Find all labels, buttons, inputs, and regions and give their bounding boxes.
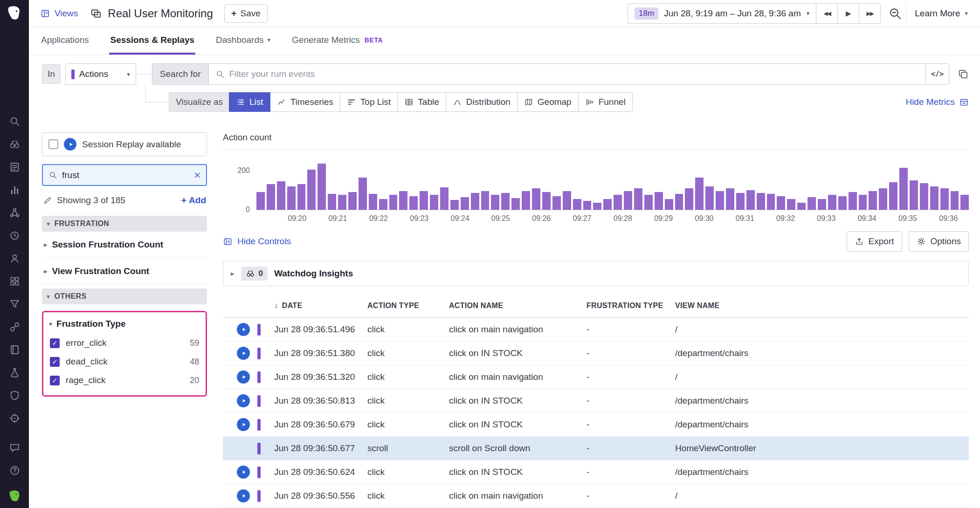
checkbox[interactable]: ✓ xyxy=(50,357,60,367)
save-button[interactable]: + Save xyxy=(224,4,268,23)
facet-option-error-click[interactable]: ✓error_click59 xyxy=(49,334,200,352)
table-row[interactable]: Jun 28 09:36:50.679clickclick on IN STOC… xyxy=(223,413,969,437)
chart-bar[interactable] xyxy=(409,196,418,210)
nav-labs-icon[interactable] xyxy=(9,367,21,378)
chart-bar[interactable] xyxy=(359,178,367,210)
session-replay-play-button[interactable] xyxy=(237,466,250,479)
chart-bar[interactable] xyxy=(461,197,469,210)
views-button[interactable]: Views xyxy=(40,8,78,19)
time-range-picker[interactable]: 18m Jun 28, 9:19 am – Jun 28, 9:36 am ▾ xyxy=(628,3,816,24)
chart-bar[interactable] xyxy=(665,199,673,210)
chart-bar[interactable] xyxy=(379,199,387,210)
chart-bar[interactable] xyxy=(297,184,306,210)
chart-bar[interactable] xyxy=(767,194,775,210)
chart-bar[interactable] xyxy=(471,193,479,210)
session-replay-play-button[interactable] xyxy=(237,371,250,384)
chart-bar[interactable] xyxy=(818,199,826,210)
copy-icon[interactable] xyxy=(958,69,969,80)
table-row[interactable]: Jun 28 09:36:51.320clickclick on main na… xyxy=(223,365,969,389)
session-replay-checkbox[interactable] xyxy=(48,139,58,149)
chart-bar[interactable] xyxy=(583,201,592,210)
chart-bar[interactable] xyxy=(634,188,642,210)
nav-integrations-icon[interactable] xyxy=(9,275,21,287)
chart-bar[interactable] xyxy=(277,181,285,210)
chart-bar[interactable] xyxy=(317,164,326,210)
nav-traces-icon[interactable] xyxy=(9,321,21,333)
chart-bar[interactable] xyxy=(603,199,612,210)
event-source-dropdown[interactable]: Actions ▾ xyxy=(65,63,136,85)
chart-bar[interactable] xyxy=(757,193,765,210)
facet-frustration-type[interactable]: ▾ Frustration Type xyxy=(49,316,200,334)
facet-group-others[interactable]: ▾ OTHERS xyxy=(42,288,207,304)
search-for-chip[interactable]: Search for xyxy=(152,64,209,84)
chart-bar[interactable] xyxy=(624,191,632,210)
chart-bar[interactable] xyxy=(328,194,336,210)
viz-option-list[interactable]: List xyxy=(229,92,270,112)
play-button[interactable]: ▶ xyxy=(838,3,859,24)
watchdog-insights-bar[interactable]: ▸ 0 Watchdog Insights xyxy=(223,261,969,286)
chart-bar[interactable] xyxy=(746,190,755,210)
session-replay-play-button[interactable] xyxy=(237,394,250,407)
chart-bar[interactable] xyxy=(889,182,897,210)
chart-bar[interactable] xyxy=(879,188,887,210)
chart-bar[interactable] xyxy=(716,191,724,210)
chart-bar[interactable] xyxy=(573,199,581,210)
chart-bar[interactable] xyxy=(930,186,939,210)
table-row[interactable]: Jun 28 09:36:50.624clickclick on IN STOC… xyxy=(223,460,969,484)
facet-option-dead-click[interactable]: ✓dead_click48 xyxy=(49,352,200,371)
chart-bar[interactable] xyxy=(267,184,275,210)
chart-bar[interactable] xyxy=(399,191,407,210)
pencil-icon[interactable] xyxy=(43,196,52,205)
chart-bar[interactable] xyxy=(951,191,959,210)
rum-filter-input[interactable] xyxy=(229,69,919,79)
query-syntax-button[interactable]: </> xyxy=(925,64,949,84)
chart-bar[interactable] xyxy=(256,192,265,210)
chart-bar[interactable] xyxy=(838,196,847,210)
tab-generate-metrics[interactable]: Generate MetricsBETA xyxy=(291,27,384,55)
chart-bar[interactable] xyxy=(787,199,795,210)
chart-bar[interactable] xyxy=(511,198,520,210)
facet-session-frustration-count[interactable]: ▸ Session Frustration Count xyxy=(42,232,207,258)
session-replay-play-button[interactable] xyxy=(237,323,250,336)
skip-back-button[interactable]: ◀◀ xyxy=(816,3,838,24)
session-replay-play-button[interactable] xyxy=(237,489,250,502)
session-replay-filter[interactable]: Session Replay available xyxy=(42,132,207,156)
chart-bar[interactable] xyxy=(614,195,622,210)
chart-bar[interactable] xyxy=(501,193,510,210)
chart-bar[interactable] xyxy=(552,196,561,210)
chart-bar[interactable] xyxy=(849,192,857,210)
chart-bar[interactable] xyxy=(675,194,683,210)
chart-bar[interactable] xyxy=(532,188,540,210)
chart-bar[interactable] xyxy=(440,187,449,210)
chart-bar[interactable] xyxy=(307,170,316,210)
facet-view-frustration-count[interactable]: ▸ View Frustration Count xyxy=(42,258,207,285)
column-header-view-name[interactable]: VIEW NAME xyxy=(675,302,961,310)
chart-bar[interactable] xyxy=(777,196,785,210)
column-header-action-name[interactable]: ACTION NAME xyxy=(449,302,587,310)
column-header-date[interactable]: ↓ DATE xyxy=(274,301,367,310)
nav-profile-icon[interactable] xyxy=(9,253,21,264)
chart-bar[interactable] xyxy=(940,188,949,210)
chart-bar[interactable] xyxy=(491,195,499,210)
chart-bar[interactable] xyxy=(522,191,530,210)
checkbox[interactable]: ✓ xyxy=(50,376,60,385)
facet-search-input[interactable] xyxy=(62,170,189,180)
viz-option-distribution[interactable]: Distribution xyxy=(446,92,518,112)
chart-bar[interactable] xyxy=(726,188,734,210)
chart-bar[interactable] xyxy=(869,191,877,210)
table-row[interactable]: Jun 28 09:36:51.380clickclick on IN STOC… xyxy=(223,342,969,365)
table-row[interactable]: Jun 28 09:36:50.813clickclick on IN STOC… xyxy=(223,389,969,413)
chart-bar[interactable] xyxy=(859,195,867,210)
table-row[interactable]: Jun 28 09:36:51.496clickclick on main na… xyxy=(223,318,969,342)
chart-bar[interactable] xyxy=(563,191,571,210)
tab-applications[interactable]: Applications xyxy=(40,27,90,55)
nav-metrics-icon[interactable] xyxy=(9,184,21,196)
viz-option-funnel[interactable]: Funnel xyxy=(578,92,633,112)
chart-bar[interactable] xyxy=(920,183,928,210)
skip-forward-button[interactable]: ▶▶ xyxy=(859,3,881,24)
viz-option-top-list[interactable]: Top List xyxy=(340,92,398,112)
nav-search-icon[interactable] xyxy=(9,116,21,127)
nav-help-icon[interactable] xyxy=(9,465,21,476)
chart-bar[interactable] xyxy=(348,192,357,210)
nav-watchdog-icon[interactable] xyxy=(9,138,21,150)
